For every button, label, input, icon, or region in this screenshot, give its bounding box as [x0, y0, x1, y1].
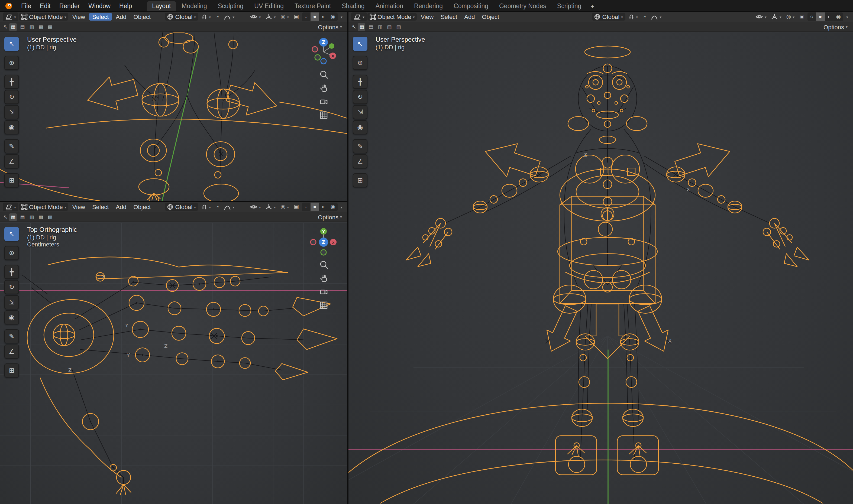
3d-viewport-canvas[interactable]: ↖ ⊕ ╋ ↻ ⇲ ◉ ✎ ∠ ⊞ User Perspective (1) D… [0, 33, 348, 201]
menu-render[interactable]: Render [56, 1, 84, 10]
shading-wireframe-button[interactable]: ○ [302, 13, 310, 21]
select-mode-intersect-button[interactable]: ▨ [46, 23, 54, 31]
show-gizmos-dropdown[interactable]: ▾ [264, 13, 278, 21]
blender-logo-icon[interactable] [4, 2, 13, 10]
proportional-editing-toggle[interactable]: ◔ [641, 14, 648, 20]
annotate-tool[interactable]: ✎ [4, 139, 19, 153]
tab-layout[interactable]: Layout [147, 1, 176, 11]
shading-material-button[interactable]: ◐ [319, 202, 327, 211]
gizmo-z-neg[interactable] [321, 58, 326, 64]
add-workspace-button[interactable]: + [587, 2, 598, 11]
menu-add[interactable]: Add [112, 13, 129, 21]
show-gizmos-dropdown[interactable]: ▾ [769, 13, 784, 21]
annotate-tool[interactable]: ✎ [4, 329, 19, 343]
rotate-tool[interactable]: ↻ [4, 280, 19, 294]
rotate-tool[interactable]: ↻ [353, 90, 368, 104]
proportional-editing-toggle[interactable]: ◔ [214, 14, 221, 20]
select-mode-new-button[interactable]: ▦ [10, 213, 17, 221]
tab-scripting[interactable]: Scripting [552, 1, 587, 11]
scale-tool[interactable]: ⇲ [4, 105, 19, 119]
tab-geometry-nodes[interactable]: Geometry Nodes [494, 1, 552, 11]
shading-solid-button[interactable]: ● [310, 202, 319, 211]
select-mode-new-button[interactable]: ▦ [358, 23, 366, 31]
shading-dropdown[interactable]: ▾ [338, 14, 345, 19]
add-cube-tool[interactable]: ⊞ [4, 363, 19, 378]
toggle-ortho-button[interactable] [318, 109, 330, 121]
show-gizmos-dropdown[interactable]: ▾ [264, 203, 278, 211]
select-mode-intersect-button[interactable]: ▨ [395, 23, 403, 31]
select-mode-extend-button[interactable]: ▤ [367, 23, 375, 31]
snapping-toggle[interactable]: ▾ [626, 13, 640, 21]
tab-texture-paint[interactable]: Texture Paint [289, 1, 336, 11]
shading-wireframe-button[interactable]: ○ [807, 13, 816, 21]
select-mode-subtract-button[interactable]: ▥ [28, 213, 35, 221]
3d-viewport-canvas[interactable]: X Y Y Z Z ↖ ⊕ ╋ ↻ ⇲ ◉ ✎ ∠ ⊞ Top Orthogra… [0, 222, 348, 504]
transform-tool[interactable]: ◉ [4, 120, 19, 134]
tab-compositing[interactable]: Compositing [448, 1, 494, 11]
select-mode-intersect-button[interactable]: ▨ [46, 213, 54, 221]
options-dropdown[interactable]: Options ▾ [821, 23, 850, 31]
select-mode-extend-button[interactable]: ▤ [19, 213, 26, 221]
menu-view[interactable]: View [417, 13, 437, 21]
select-box-tool[interactable]: ↖ [4, 37, 19, 51]
xray-toggle[interactable]: ▣ [291, 204, 301, 210]
measure-tool[interactable]: ∠ [4, 344, 19, 359]
shading-wireframe-button[interactable]: ○ [302, 202, 310, 211]
mode-selector[interactable]: Object Mode ▾ [19, 203, 69, 211]
cursor-tool[interactable]: ⊕ [353, 56, 368, 70]
transform-orientation-selector[interactable]: Global ▾ [592, 13, 625, 21]
menu-help[interactable]: Help [115, 1, 136, 10]
add-cube-tool[interactable]: ⊞ [4, 173, 19, 187]
show-object-types-dropdown[interactable]: ▾ [248, 204, 263, 210]
select-mode-subtract-button[interactable]: ▥ [28, 23, 35, 31]
shading-material-button[interactable]: ◐ [824, 13, 833, 21]
tab-animation[interactable]: Animation [370, 1, 409, 11]
menu-view[interactable]: View [69, 13, 88, 21]
proportional-falloff-dropdown[interactable]: ▾ [221, 203, 236, 211]
select-mode-new-button[interactable]: ▦ [10, 23, 17, 31]
menu-object[interactable]: Object [130, 13, 154, 21]
cursor-tool[interactable]: ⊕ [4, 56, 19, 70]
camera-view-button[interactable] [318, 285, 330, 298]
menu-select[interactable]: Select [89, 13, 112, 21]
show-overlays-dropdown[interactable]: ◎ ▾ [279, 14, 291, 20]
transform-orientation-selector[interactable]: Global ▾ [165, 203, 198, 211]
shading-material-button[interactable]: ◐ [319, 13, 327, 21]
menu-object[interactable]: Object [479, 13, 502, 21]
proportional-falloff-dropdown[interactable]: ▾ [221, 13, 236, 20]
gizmo-y-neg[interactable] [321, 250, 326, 255]
options-dropdown[interactable]: Options ▾ [316, 23, 344, 31]
select-mode-invert-button[interactable]: ▧ [37, 23, 45, 31]
editor-type-button[interactable]: ▾ [351, 13, 367, 21]
mode-selector[interactable]: Object Mode ▾ [19, 13, 69, 21]
tab-modeling[interactable]: Modeling [176, 1, 212, 11]
menu-add[interactable]: Add [461, 13, 478, 21]
move-view-button[interactable] [318, 82, 330, 94]
3d-viewport-canvas[interactable]: Z X X ↖ ⊕ ╋ ↻ ⇲ ◉ ✎ ∠ ⊞ User Perspective… [349, 33, 853, 504]
add-cube-tool[interactable]: ⊞ [353, 173, 368, 187]
tab-uv-editing[interactable]: UV Editing [249, 1, 289, 11]
measure-tool[interactable]: ∠ [4, 155, 19, 168]
mode-selector[interactable]: Object Mode ▾ [367, 13, 417, 21]
gizmo-y-neg[interactable] [315, 55, 320, 60]
menu-add[interactable]: Add [112, 203, 129, 211]
tab-sculpting[interactable]: Sculpting [212, 1, 249, 11]
select-mode-invert-button[interactable]: ▧ [37, 213, 45, 221]
rotate-tool[interactable]: ↻ [4, 90, 19, 104]
move-tool[interactable]: ╋ [4, 265, 19, 279]
scale-tool[interactable]: ⇲ [353, 105, 368, 119]
menu-select[interactable]: Select [89, 203, 112, 211]
camera-view-button[interactable] [318, 95, 330, 107]
select-mode-invert-button[interactable]: ▧ [386, 23, 393, 31]
menu-edit[interactable]: Edit [36, 1, 54, 10]
shading-solid-button[interactable]: ● [310, 13, 319, 21]
move-tool[interactable]: ╋ [4, 75, 19, 89]
menu-view[interactable]: View [69, 203, 88, 211]
shading-solid-button[interactable]: ● [816, 13, 824, 21]
move-tool[interactable]: ╋ [353, 75, 368, 89]
navigation-gizmo[interactable]: Z x [308, 36, 339, 66]
scale-tool[interactable]: ⇲ [4, 295, 19, 309]
snapping-toggle[interactable]: ▾ [199, 13, 213, 21]
select-mode-subtract-button[interactable]: ▥ [376, 23, 384, 31]
measure-tool[interactable]: ∠ [353, 155, 368, 168]
